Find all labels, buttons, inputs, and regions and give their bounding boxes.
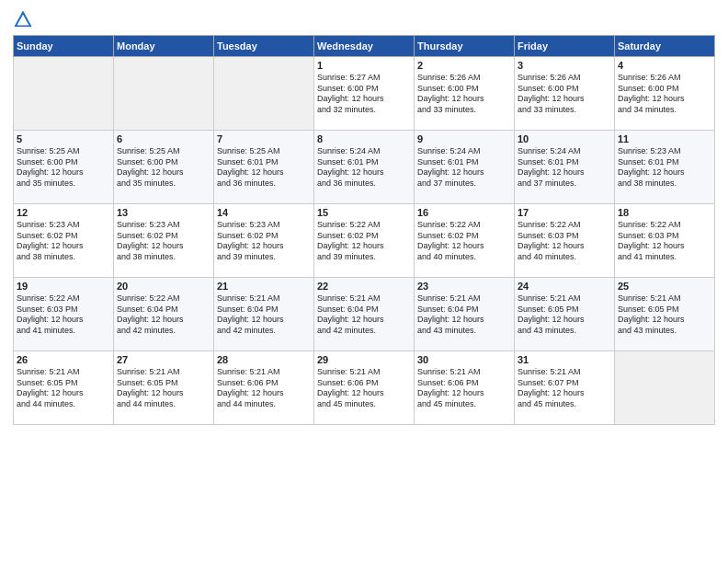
day-number: 30	[417, 354, 511, 365]
calendar-cell: 15Sunrise: 5:22 AMSunset: 6:02 PMDayligh…	[314, 204, 415, 278]
day-info-line: Sunset: 6:00 PM	[117, 157, 210, 168]
day-number: 31	[518, 354, 611, 365]
day-info-line: and 43 minutes.	[417, 326, 511, 337]
header	[13, 9, 715, 29]
day-info-line: Daylight: 12 hours	[417, 388, 511, 399]
day-info-line: and 44 minutes.	[217, 399, 311, 410]
day-info-line: and 43 minutes.	[618, 326, 711, 337]
day-info-line: and 37 minutes.	[417, 178, 511, 190]
calendar-cell: 28Sunrise: 5:21 AMSunset: 6:06 PMDayligh…	[214, 351, 314, 425]
day-number: 21	[217, 281, 311, 292]
calendar-cell: 19Sunrise: 5:22 AMSunset: 6:03 PMDayligh…	[14, 278, 114, 351]
day-info-line: and 41 minutes.	[618, 252, 711, 263]
day-info-line: Sunset: 6:01 PM	[317, 157, 411, 168]
day-info-line: Daylight: 12 hours	[618, 94, 711, 105]
day-info-line: and 45 minutes.	[518, 399, 611, 410]
day-info-line: Sunrise: 5:23 AM	[217, 220, 311, 231]
calendar-cell: 26Sunrise: 5:21 AMSunset: 6:05 PMDayligh…	[14, 351, 114, 425]
day-number: 12	[17, 207, 110, 218]
day-info-line: Sunrise: 5:23 AM	[17, 220, 110, 231]
day-info-line: Sunset: 6:02 PM	[217, 231, 311, 242]
calendar-cell: 17Sunrise: 5:22 AMSunset: 6:03 PMDayligh…	[515, 204, 615, 278]
day-info-line: Daylight: 12 hours	[518, 167, 611, 178]
day-info-line: Sunset: 6:04 PM	[417, 304, 511, 316]
day-info-line: and 44 minutes.	[17, 399, 110, 410]
week-row-1: 1Sunrise: 5:27 AMSunset: 6:00 PMDaylight…	[14, 57, 715, 131]
day-info-line: Daylight: 12 hours	[217, 241, 311, 252]
day-number: 8	[317, 133, 411, 144]
calendar-cell: 21Sunrise: 5:21 AMSunset: 6:04 PMDayligh…	[214, 278, 314, 351]
day-info-line: Sunrise: 5:26 AM	[618, 73, 711, 84]
day-info-line: Sunrise: 5:22 AM	[17, 293, 110, 304]
day-info-line: Daylight: 12 hours	[317, 315, 411, 326]
day-info-line: and 40 minutes.	[417, 252, 511, 263]
day-info-line: and 41 minutes.	[17, 326, 110, 337]
day-info-line: Daylight: 12 hours	[217, 167, 311, 178]
day-info-line: Sunrise: 5:27 AM	[317, 73, 411, 84]
day-number: 5	[17, 133, 110, 144]
day-number: 20	[117, 281, 210, 292]
calendar-cell: 25Sunrise: 5:21 AMSunset: 6:05 PMDayligh…	[615, 278, 715, 351]
calendar-cell: 7Sunrise: 5:25 AMSunset: 6:01 PMDaylight…	[214, 131, 314, 204]
calendar-cell: 1Sunrise: 5:27 AMSunset: 6:00 PMDaylight…	[314, 57, 415, 131]
day-info-line: Sunset: 6:03 PM	[17, 304, 110, 316]
day-info-line: Sunset: 6:00 PM	[317, 84, 411, 95]
day-info-line: Daylight: 12 hours	[518, 388, 611, 399]
day-number: 2	[417, 60, 511, 71]
day-info-line: Sunrise: 5:23 AM	[618, 146, 711, 157]
day-number: 23	[417, 281, 511, 292]
page: SundayMondayTuesdayWednesdayThursdayFrid…	[0, 0, 728, 563]
day-number: 9	[417, 133, 511, 144]
calendar-cell: 27Sunrise: 5:21 AMSunset: 6:05 PMDayligh…	[114, 351, 214, 425]
calendar-cell: 24Sunrise: 5:21 AMSunset: 6:05 PMDayligh…	[515, 278, 615, 351]
day-info-line: Sunset: 6:05 PM	[518, 304, 611, 316]
calendar-cell: 29Sunrise: 5:21 AMSunset: 6:06 PMDayligh…	[314, 351, 415, 425]
day-info-line: and 45 minutes.	[417, 399, 511, 410]
col-header-sunday: Sunday	[14, 36, 114, 57]
day-info-line: Sunrise: 5:25 AM	[117, 146, 210, 157]
logo	[13, 9, 37, 29]
day-info-line: and 33 minutes.	[518, 105, 611, 116]
day-info-line: Sunrise: 5:24 AM	[317, 146, 411, 157]
day-info-line: Daylight: 12 hours	[518, 94, 611, 105]
day-info-line: Daylight: 12 hours	[117, 167, 210, 178]
day-info-line: and 44 minutes.	[117, 399, 210, 410]
day-info-line: and 42 minutes.	[117, 326, 210, 337]
day-info-line: Sunrise: 5:21 AM	[417, 367, 511, 378]
day-info-line: Sunset: 6:05 PM	[17, 378, 110, 389]
day-info-line: Sunset: 6:04 PM	[217, 304, 311, 316]
col-header-wednesday: Wednesday	[314, 36, 415, 57]
calendar-cell: 22Sunrise: 5:21 AMSunset: 6:04 PMDayligh…	[314, 278, 415, 351]
day-info-line: Sunset: 6:04 PM	[117, 304, 210, 316]
day-info-line: Daylight: 12 hours	[417, 167, 511, 178]
day-info-line: and 38 minutes.	[17, 252, 110, 263]
col-header-thursday: Thursday	[415, 36, 515, 57]
calendar-cell: 5Sunrise: 5:25 AMSunset: 6:00 PMDaylight…	[14, 131, 114, 204]
week-row-5: 26Sunrise: 5:21 AMSunset: 6:05 PMDayligh…	[14, 351, 715, 425]
day-info-line: and 35 minutes.	[17, 178, 110, 190]
calendar-cell: 18Sunrise: 5:22 AMSunset: 6:03 PMDayligh…	[615, 204, 715, 278]
day-info-line: Daylight: 12 hours	[317, 94, 411, 105]
day-info-line: and 45 minutes.	[317, 399, 411, 410]
day-info-line: and 36 minutes.	[317, 178, 411, 190]
day-info-line: and 32 minutes.	[317, 105, 411, 116]
day-info-line: Daylight: 12 hours	[217, 388, 311, 399]
day-number: 26	[17, 354, 110, 365]
day-info-line: and 42 minutes.	[317, 326, 411, 337]
day-info-line: Sunset: 6:06 PM	[217, 378, 311, 389]
day-info-line: Daylight: 12 hours	[317, 241, 411, 252]
day-info-line: Sunset: 6:05 PM	[618, 304, 711, 316]
day-info-line: Sunrise: 5:22 AM	[618, 220, 711, 231]
day-info-line: Sunrise: 5:22 AM	[417, 220, 511, 231]
day-info-line: Sunrise: 5:21 AM	[17, 367, 110, 378]
day-info-line: Sunset: 6:03 PM	[518, 231, 611, 242]
day-number: 28	[217, 354, 311, 365]
day-number: 19	[17, 281, 110, 292]
col-header-tuesday: Tuesday	[214, 36, 314, 57]
calendar-cell: 12Sunrise: 5:23 AMSunset: 6:02 PMDayligh…	[14, 204, 114, 278]
day-info-line: Sunset: 6:04 PM	[317, 304, 411, 316]
day-info-line: Sunrise: 5:21 AM	[217, 293, 311, 304]
day-info-line: Daylight: 12 hours	[317, 388, 411, 399]
day-info-line: Daylight: 12 hours	[518, 241, 611, 252]
day-info-line: Sunset: 6:06 PM	[317, 378, 411, 389]
